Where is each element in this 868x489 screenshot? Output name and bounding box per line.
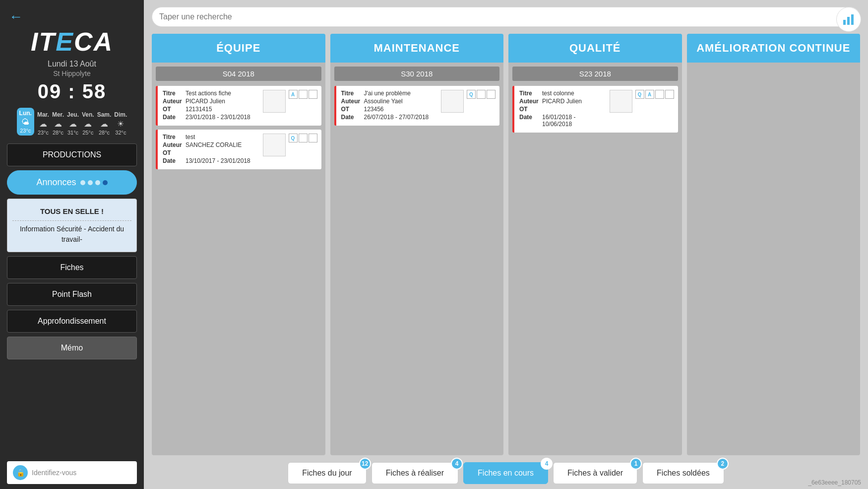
tab-fiches-à-réaliser[interactable]: Fiches à réaliser4 [372,462,458,484]
tab-badge: 12 [359,458,371,470]
col-period-qualite: S23 2018 [512,67,678,81]
login-area[interactable]: 🔒 Identifiez-vous [7,461,137,484]
field-label: Auteur [163,141,184,148]
weather-day: Jeu.☁31°c [67,111,79,136]
weather-day: Mar.☁23°c [37,111,49,136]
kanban-card[interactable]: TitreJ'ai une problèmeAuteurAssouline Ya… [334,86,500,126]
kanban-col-qualite: QUALITÉS23 2018Titretest colonneAuteurPI… [508,34,682,455]
field-value: PICARD Julien [542,98,582,105]
kanban-col-maintenance: MAINTENANCES30 2018TitreJ'ai une problèm… [330,34,504,455]
field-label: Titre [163,90,184,97]
card-action-buttons: QA [635,90,674,99]
card-field-row: Date16/01/2018 - 10/06/2018 [519,114,607,128]
field-label: OT [341,106,362,113]
card-field-row: OT [519,106,607,113]
action-box-a[interactable]: A [289,90,298,99]
login-label: Identifiez-vous [32,469,76,477]
nav-fiches[interactable]: Fiches [7,256,137,279]
field-value: SANCHEZ CORALIE [186,141,242,148]
card-field-row: OT12131415 [163,106,260,113]
ann1-title: TOUS EN SELLE ! [12,206,131,217]
tab-fiches-du-jour[interactable]: Fiches du jour12 [288,462,367,484]
col-header-amelioration: AMÉLIORATION CONTINUE [687,34,861,63]
kanban-card[interactable]: TitreTest actions ficheAuteurPICARD Juli… [156,86,321,126]
field-value: 23/01/2018 - 23/01/2018 [186,114,250,121]
card-field-row: Titretest [163,134,260,140]
nav-memo[interactable]: Mémo [7,337,137,359]
field-label: Titre [341,90,362,97]
weather-row: Lun.🌤23°cMar.☁23°cMer.☁28°cJeu.☁31°cVen.… [17,108,127,136]
card-field-row: Date13/10/2017 - 23/01/2018 [163,157,260,164]
weather-day: Lun.🌤23°c [17,108,34,136]
weather-day: Mer.☁28°c [52,111,64,136]
col-header-maintenance: MAINTENANCE [330,34,504,63]
lock-icon: 🔒 [13,465,28,480]
action-box-a[interactable]: A [645,90,654,99]
stats-button[interactable] [836,7,861,32]
weather-day: Sam.☁28°c [97,111,112,136]
field-value: test [186,134,195,140]
annonces-dots [80,180,108,185]
action-box-empty[interactable] [299,134,308,142]
kanban-card[interactable]: TitretestAuteurSANCHEZ CORALIEOTDate13/1… [156,130,321,169]
dot-1 [80,180,85,185]
field-label: OT [519,106,540,113]
weather-day: Dim.☀32°c [114,111,127,136]
card-action-buttons: Q [289,134,317,142]
card-field-row: AuteurPICARD Julien [519,98,607,105]
footer-label: _6e63eeee_180705 [808,479,861,486]
kanban-col-amelioration: AMÉLIORATION CONTINUE [687,34,861,455]
bottom-tabs: Fiches du jour12Fiches à réaliser4Fiches… [152,462,860,484]
card-field-row: Date26/07/2018 - 27/07/2018 [341,114,438,121]
col-cards-qualite: Titretest colonneAuteurPICARD JulienOTDa… [508,84,682,455]
card-fields: TitreJ'ai une problèmeAuteurAssouline Ya… [341,90,438,122]
field-value: 16/01/2018 - 10/06/2018 [542,114,607,128]
field-value: PICARD Julien [186,98,225,105]
kanban-board: ÉQUIPES04 2018TitreTest actions ficheAut… [152,34,860,455]
card-field-row: TitreJ'ai une problème [341,90,438,97]
action-box-empty[interactable] [655,90,664,99]
action-box-empty[interactable] [665,90,674,99]
tab-fiches-en-cours[interactable]: Fiches en cours4 [463,462,548,484]
card-action-row: QA [635,90,674,99]
back-button[interactable]: ← [9,9,23,25]
nav-point-flash[interactable]: Point Flash [7,283,137,306]
tab-badge: 4 [451,458,463,470]
action-box-empty[interactable] [487,90,496,99]
action-box-q[interactable]: Q [635,90,644,99]
dot-4 [103,180,108,185]
tab-badge: 2 [717,458,729,470]
field-label: Date [341,114,362,121]
nav-annonces[interactable]: Annonces [7,170,137,195]
ann-separator [12,220,131,221]
sidebar-date: Lundi 13 Août [48,60,96,69]
card-field-row: OT [163,149,260,156]
card-fields: TitreTest actions ficheAuteurPICARD Juli… [163,90,260,122]
card-thumbnail [610,90,632,113]
nav-approfondissement[interactable]: Approfondissement [7,310,137,333]
col-cards-amelioration [687,63,861,455]
svg-rect-0 [843,20,846,25]
search-input[interactable] [159,12,835,21]
action-box-empty[interactable] [299,90,308,99]
nav-productions[interactable]: PRODUCTIONS [7,143,137,166]
card-action-row: A [289,90,317,99]
action-box-q[interactable]: Q [289,134,298,142]
card-action-buttons: A [289,90,317,99]
card-thumbnail [263,134,286,156]
tab-fiches-à-valider[interactable]: Fiches à valider1 [553,462,637,484]
action-box-empty[interactable] [477,90,486,99]
search-bar: ✕ [152,7,860,27]
col-period-maintenance: S30 2018 [334,67,500,81]
action-box-q[interactable]: Q [467,90,476,99]
card-field-row: AuteurSANCHEZ CORALIE [163,141,260,148]
card-thumbnail [263,90,286,113]
tab-fiches-soldées[interactable]: Fiches soldées2 [642,462,724,484]
kanban-card[interactable]: Titretest colonneAuteurPICARD JulienOTDa… [512,86,678,133]
action-box-empty[interactable] [309,134,317,142]
action-box-empty[interactable] [309,90,317,99]
weather-day: Ven.☁25°c [82,111,94,136]
card-field-row: Date23/01/2018 - 23/01/2018 [163,114,260,121]
field-label: Date [163,157,184,164]
field-value: Assouline Yael [364,98,403,105]
